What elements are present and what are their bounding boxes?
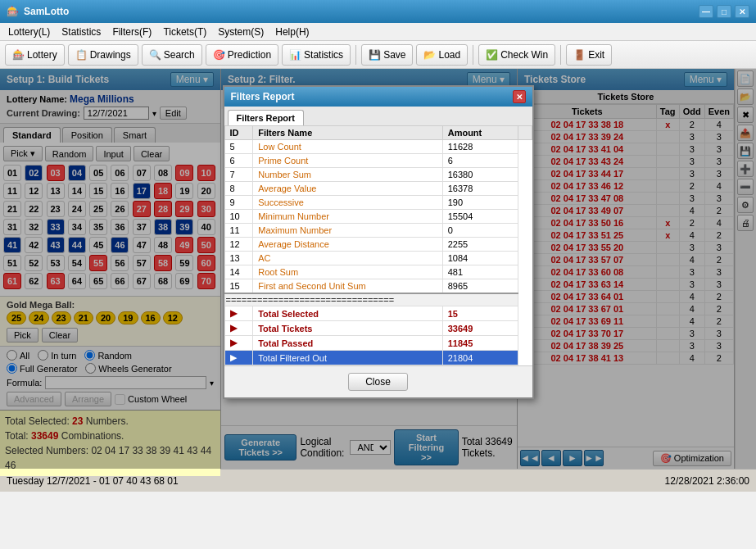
toolbar-prediction-button[interactable]: 🎯 Prediction <box>206 44 278 66</box>
modal-row-name: Minimum Number <box>253 210 442 224</box>
main-area: Setup 1: Build Tickets Menu ▾ Lottery Na… <box>0 69 756 469</box>
modal-table: ID Filters Name Amount 5 Low Count 11628… <box>224 125 532 365</box>
separator-2 <box>473 45 473 65</box>
modal-title: Filters Report <box>231 91 295 102</box>
modal-row-name: First and Second Unit Sum <box>253 279 442 294</box>
modal-row-name: Maximum Number <box>253 224 442 238</box>
toolbar-lottery-button[interactable]: 🎰 Lottery <box>5 44 65 66</box>
modal-row-name: Prime Count <box>253 154 442 168</box>
menu-system[interactable]: System(S) <box>213 25 269 39</box>
modal-row-name: Average Distance <box>253 238 442 252</box>
menu-lottery[interactable]: Lottery(L) <box>3 25 55 39</box>
modal-row-name: Low Count <box>253 140 442 154</box>
modal-tab-filters-report[interactable]: Filters Report <box>228 110 305 125</box>
modal-total-row: ▶ Total Tickets 33649 <box>224 321 532 336</box>
modal-row-id: 8 <box>224 182 253 196</box>
title-bar: 🎰 SamLotto — □ ✕ <box>0 0 756 23</box>
modal-total-row: ▶ Total Selected 15 <box>224 306 532 321</box>
exit-label: Exit <box>588 49 604 61</box>
menu-help[interactable]: Help(H) <box>270 25 314 39</box>
modal-row-id: 9 <box>224 196 253 210</box>
modal-row-amount: 1084 <box>442 252 518 265</box>
separator-3 <box>560 45 561 65</box>
exit-icon: 🚪 <box>573 49 586 61</box>
modal-table-row: 7 Number Sum 16380 <box>224 168 532 182</box>
maximize-button[interactable]: □ <box>717 5 731 18</box>
modal-row-id: 7 <box>224 168 253 182</box>
status-right: 12/28/2021 2:36:00 <box>665 475 749 487</box>
modal-close-btn[interactable]: Close <box>348 373 408 391</box>
separator-1 <box>355 45 356 65</box>
search-icon: 🔍 <box>149 49 161 61</box>
toolbar-load-button[interactable]: 📂 Load <box>416 44 468 66</box>
modal-table-row: 15 First and Second Unit Sum 8965 <box>224 279 532 294</box>
app-title: SamLotto <box>24 6 69 17</box>
statistics-label: Statistics <box>304 49 343 61</box>
minimize-button[interactable]: — <box>699 5 713 18</box>
modal-row-name: Average Value <box>253 182 442 196</box>
modal-row-id: 12 <box>224 238 253 252</box>
menu-statistics[interactable]: Statistics <box>57 25 106 39</box>
menu-filters[interactable]: Filters(F) <box>107 25 156 39</box>
modal-body: ID Filters Name Amount 5 Low Count 11628… <box>224 125 532 365</box>
title-bar-left: 🎰 SamLotto <box>7 6 69 17</box>
check-win-label: Check Win <box>500 49 548 61</box>
toolbar-drawings-button[interactable]: 📋 Drawings <box>68 44 138 66</box>
save-label: Save <box>383 49 405 61</box>
modal-separator-row: ================================ <box>224 293 532 306</box>
load-label: Load <box>438 49 460 61</box>
modal-table-row: 14 Root Sum 481 <box>224 265 532 279</box>
modal-row-amount: 11628 <box>442 140 518 154</box>
menu-tickets[interactable]: Tickets(T) <box>158 25 211 39</box>
modal-table-row: 5 Low Count 11628 <box>224 140 532 154</box>
search-label: Search <box>164 49 195 61</box>
modal-total-amount: 33649 <box>442 321 518 336</box>
lottery-label: Lottery <box>27 49 57 61</box>
modal-total-amount: 11845 <box>442 336 518 351</box>
modal-row-amount: 15504 <box>442 210 518 224</box>
modal-row-name: Successive <box>253 196 442 210</box>
modal-col-scroll <box>518 126 532 140</box>
modal-table-row: 11 Maximum Number 0 <box>224 224 532 238</box>
modal-table-row: 6 Prime Count 6 <box>224 154 532 168</box>
modal-overlay: Filters Report ✕ Filters Report ID Filte… <box>0 69 756 469</box>
toolbar-search-button[interactable]: 🔍 Search <box>142 44 202 66</box>
toolbar-save-button[interactable]: 💾 Save <box>361 44 413 66</box>
toolbar-statistics-button[interactable]: 📊 Statistics <box>282 44 351 66</box>
modal-total-arrow: ▶ <box>224 306 253 321</box>
prediction-icon: 🎯 <box>213 49 225 61</box>
modal-row-name: Number Sum <box>253 168 442 182</box>
modal-total-label: Total Selected <box>253 306 442 321</box>
prediction-label: Prediction <box>228 49 271 61</box>
modal-row-amount: 0 <box>442 224 518 238</box>
modal-row-id: 14 <box>224 265 253 279</box>
modal-total-label: Total Tickets <box>253 321 442 336</box>
modal-row-id: 13 <box>224 252 253 265</box>
modal-close-button[interactable]: ✕ <box>513 90 526 103</box>
modal-total-label: Total Passed <box>253 336 442 351</box>
modal-row-id: 6 <box>224 154 253 168</box>
drawings-icon: 📋 <box>75 49 88 61</box>
modal-total-row: ▶ Total Passed 11845 <box>224 336 532 351</box>
modal-total-amount: 15 <box>442 306 518 321</box>
modal-total-arrow: ▶ <box>224 351 253 365</box>
modal-row-amount: 8965 <box>442 279 518 294</box>
modal-total-arrow: ▶ <box>224 336 253 351</box>
load-icon: 📂 <box>423 49 436 61</box>
modal-table-row: 13 AC 1084 <box>224 252 532 265</box>
modal-row-amount: 6 <box>442 154 518 168</box>
modal-table-row: 12 Average Distance 2255 <box>224 238 532 252</box>
menu-bar: Lottery(L) Statistics Filters(F) Tickets… <box>0 23 756 41</box>
app-icon: 🎰 <box>7 6 19 17</box>
modal-row-id: 15 <box>224 279 253 294</box>
modal-row-name: AC <box>253 252 442 265</box>
status-left: Tuesday 12/7/2021 - 01 07 40 43 68 01 <box>7 475 179 487</box>
modal-footer: Close <box>224 365 532 397</box>
modal-table-row: 9 Successive 190 <box>224 196 532 210</box>
toolbar-exit-button[interactable]: 🚪 Exit <box>566 44 612 66</box>
modal-row-name: Root Sum <box>253 265 442 279</box>
toolbar-check-win-button[interactable]: ✅ Check Win <box>478 44 555 66</box>
close-button[interactable]: ✕ <box>735 5 749 18</box>
modal-tab-row: Filters Report <box>224 107 532 125</box>
modal-title-bar: Filters Report ✕ <box>224 87 532 107</box>
